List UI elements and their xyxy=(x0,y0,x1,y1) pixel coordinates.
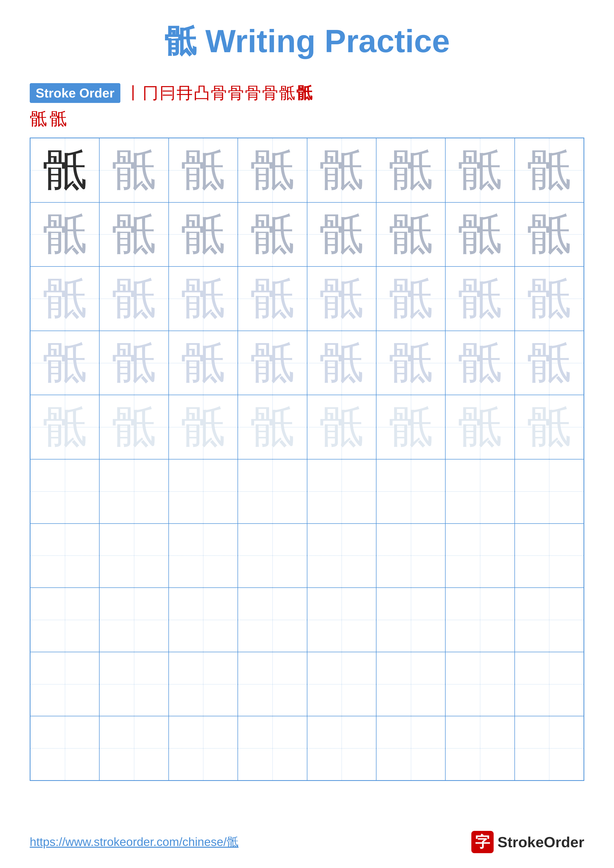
grid-cell-9-4[interactable] xyxy=(238,652,307,716)
grid-cell-4-7[interactable]: 骶 xyxy=(445,331,515,395)
grid-cell-4-6[interactable]: 骶 xyxy=(376,331,445,395)
grid-cell-8-7[interactable] xyxy=(445,587,515,652)
grid-cell-5-1[interactable]: 骶 xyxy=(30,395,99,459)
cell-char: 骶 xyxy=(319,405,364,450)
grid-cell-10-4[interactable] xyxy=(238,716,307,780)
grid-cell-2-8[interactable]: 骶 xyxy=(515,202,584,267)
grid-cell-3-1[interactable]: 骶 xyxy=(30,267,99,331)
stroke-row2-1: 骶 xyxy=(30,110,47,128)
grid-cell-4-2[interactable]: 骶 xyxy=(99,331,168,395)
grid-cell-2-7[interactable]: 骶 xyxy=(445,202,515,267)
cell-char: 骶 xyxy=(181,212,225,257)
grid-cell-3-5[interactable]: 骶 xyxy=(307,267,376,331)
grid-cell-3-8[interactable]: 骶 xyxy=(515,267,584,331)
grid-cell-4-1[interactable]: 骶 xyxy=(30,331,99,395)
grid-cell-5-2[interactable]: 骶 xyxy=(99,395,168,459)
cell-char: 骶 xyxy=(527,276,571,321)
grid-cell-5-3[interactable]: 骶 xyxy=(169,395,238,459)
grid-cell-4-4[interactable]: 骶 xyxy=(238,331,307,395)
grid-cell-1-5[interactable]: 骶 xyxy=(307,138,376,202)
grid-cell-2-6[interactable]: 骶 xyxy=(376,202,445,267)
grid-cell-9-5[interactable] xyxy=(307,652,376,716)
cell-char: 骶 xyxy=(112,341,156,385)
cell-char: 骶 xyxy=(250,148,295,192)
grid-cell-8-6[interactable] xyxy=(376,587,445,652)
grid-cell-9-3[interactable] xyxy=(169,652,238,716)
grid-cell-5-7[interactable]: 骶 xyxy=(445,395,515,459)
grid-cell-8-2[interactable] xyxy=(99,587,168,652)
grid-cell-5-4[interactable]: 骶 xyxy=(238,395,307,459)
grid-cell-6-2[interactable] xyxy=(99,459,168,524)
grid-cell-9-1[interactable] xyxy=(30,652,99,716)
logo-icon: 字 xyxy=(471,831,494,853)
grid-cell-1-8[interactable]: 骶 xyxy=(515,138,584,202)
grid-cell-3-4[interactable]: 骶 xyxy=(238,267,307,331)
stroke-3: 冃 xyxy=(160,85,176,101)
grid-cell-6-8[interactable] xyxy=(515,459,584,524)
grid-cell-8-5[interactable] xyxy=(307,587,376,652)
grid-cell-7-4[interactable] xyxy=(238,524,307,588)
grid-cell-1-2[interactable]: 骶 xyxy=(99,138,168,202)
grid-cell-2-5[interactable]: 骶 xyxy=(307,202,376,267)
grid-cell-5-6[interactable]: 骶 xyxy=(376,395,445,459)
grid-cell-6-5[interactable] xyxy=(307,459,376,524)
grid-cell-9-7[interactable] xyxy=(445,652,515,716)
grid-cell-7-5[interactable] xyxy=(307,524,376,588)
grid-cell-10-8[interactable] xyxy=(515,716,584,780)
grid-cell-10-3[interactable] xyxy=(169,716,238,780)
grid-cell-10-2[interactable] xyxy=(99,716,168,780)
cell-char: 骶 xyxy=(527,212,571,257)
grid-cell-10-5[interactable] xyxy=(307,716,376,780)
grid-cell-3-3[interactable]: 骶 xyxy=(169,267,238,331)
cell-char: 骶 xyxy=(112,212,156,257)
grid-cell-4-3[interactable]: 骶 xyxy=(169,331,238,395)
grid-cell-2-3[interactable]: 骶 xyxy=(169,202,238,267)
grid-cell-7-1[interactable] xyxy=(30,524,99,588)
stroke-11: 骶 xyxy=(296,85,312,101)
cell-char: 骶 xyxy=(43,212,87,257)
grid-cell-7-6[interactable] xyxy=(376,524,445,588)
grid-cell-1-7[interactable]: 骶 xyxy=(445,138,515,202)
grid-cell-9-6[interactable] xyxy=(376,652,445,716)
grid-cell-5-8[interactable]: 骶 xyxy=(515,395,584,459)
grid-cell-3-6[interactable]: 骶 xyxy=(376,267,445,331)
grid-cell-7-8[interactable] xyxy=(515,524,584,588)
grid-cell-6-1[interactable] xyxy=(30,459,99,524)
grid-cell-4-8[interactable]: 骶 xyxy=(515,331,584,395)
cell-char: 骶 xyxy=(389,405,433,450)
grid-cell-1-6[interactable]: 骶 xyxy=(376,138,445,202)
grid-cell-6-4[interactable] xyxy=(238,459,307,524)
grid-cell-7-7[interactable] xyxy=(445,524,515,588)
grid-cell-1-1[interactable]: 骶 xyxy=(30,138,99,202)
footer-url[interactable]: https://www.strokeorder.com/chinese/骶 xyxy=(30,834,238,850)
grid-cell-3-2[interactable]: 骶 xyxy=(99,267,168,331)
cell-char: 骶 xyxy=(43,341,87,385)
grid-cell-1-3[interactable]: 骶 xyxy=(169,138,238,202)
grid-cell-5-5[interactable]: 骶 xyxy=(307,395,376,459)
grid-cell-9-8[interactable] xyxy=(515,652,584,716)
stroke-row2: 骶 骶 xyxy=(30,110,584,128)
grid-cell-7-3[interactable] xyxy=(169,524,238,588)
grid-cell-2-4[interactable]: 骶 xyxy=(238,202,307,267)
grid-cell-7-2[interactable] xyxy=(99,524,168,588)
grid-cell-10-1[interactable] xyxy=(30,716,99,780)
grid-cell-6-3[interactable] xyxy=(169,459,238,524)
grid-cell-8-1[interactable] xyxy=(30,587,99,652)
cell-char: 骶 xyxy=(319,148,364,192)
grid-cell-8-3[interactable] xyxy=(169,587,238,652)
grid-cell-4-5[interactable]: 骶 xyxy=(307,331,376,395)
grid-cell-10-7[interactable] xyxy=(445,716,515,780)
grid-cell-2-1[interactable]: 骶 xyxy=(30,202,99,267)
grid-cell-6-6[interactable] xyxy=(376,459,445,524)
grid-cell-3-7[interactable]: 骶 xyxy=(445,267,515,331)
grid-cell-2-2[interactable]: 骶 xyxy=(99,202,168,267)
grid-cell-1-4[interactable]: 骶 xyxy=(238,138,307,202)
grid-cell-9-2[interactable] xyxy=(99,652,168,716)
cell-char: 骶 xyxy=(458,341,502,385)
grid-cell-8-4[interactable] xyxy=(238,587,307,652)
page-title: 骶 Writing Practice xyxy=(30,20,584,64)
grid-cell-8-8[interactable] xyxy=(515,587,584,652)
grid-cell-6-7[interactable] xyxy=(445,459,515,524)
cell-char: 骶 xyxy=(112,148,156,192)
grid-cell-10-6[interactable] xyxy=(376,716,445,780)
